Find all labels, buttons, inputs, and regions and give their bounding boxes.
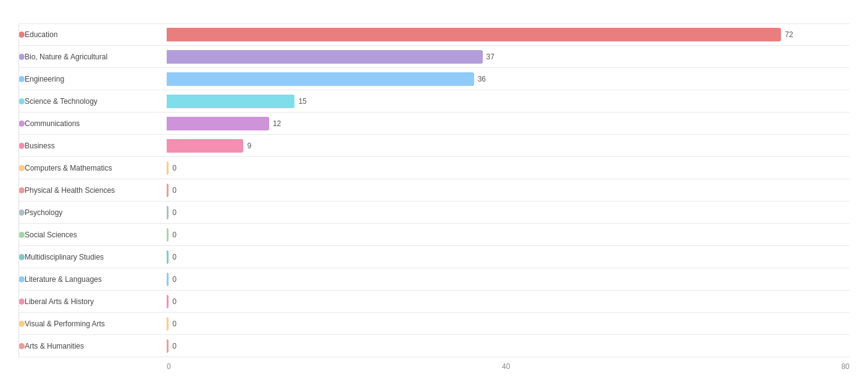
chart-rows-wrapper: Education72Bio, Nature & Agricultural37E…	[19, 23, 849, 357]
bar-value-label: 0	[172, 253, 177, 261]
bar-label: Social Sciences	[25, 231, 77, 239]
bar-label: Computers & Mathematics	[25, 164, 112, 172]
bar-row: Visual & Performing Arts0	[19, 313, 849, 335]
bar-fill	[167, 161, 169, 175]
x-axis-labels: 04080	[167, 360, 849, 371]
bar-row: Education72	[19, 23, 849, 46]
bar-row: Social Sciences0	[19, 224, 849, 246]
bar-dot	[19, 143, 25, 149]
label-area: Engineering	[19, 68, 167, 90]
label-area: Arts & Humanities	[19, 335, 167, 357]
bar-value-label: 72	[785, 30, 793, 39]
x-axis-tick: 80	[841, 362, 849, 371]
bar-dot	[19, 54, 25, 60]
bar-label: Visual & Performing Arts	[25, 320, 105, 328]
bar-row: Literature & Languages0	[19, 268, 849, 290]
bar-fill	[167, 95, 294, 108]
bar-dot	[19, 299, 25, 305]
bar-value-label: 15	[298, 97, 306, 106]
x-axis-area: 04080	[19, 360, 849, 371]
bar-row: Communications12	[19, 112, 849, 135]
label-area: Multidisciplinary Studies	[19, 246, 167, 268]
bar-row: Bio, Nature & Agricultural37	[19, 46, 849, 68]
bar-label: Science & Technology	[25, 97, 98, 106]
bar-fill	[167, 184, 169, 197]
bar-dot	[19, 321, 25, 327]
bar-area: 15	[167, 90, 849, 112]
bar-fill	[167, 72, 474, 86]
bar-row: Liberal Arts & History0	[19, 290, 849, 313]
bar-fill	[167, 317, 169, 331]
bar-fill	[167, 250, 169, 264]
bar-label: Liberal Arts & History	[25, 297, 94, 306]
x-axis-tick: 0	[167, 362, 171, 371]
bar-value-label: 12	[273, 119, 281, 128]
bar-area: 0	[167, 313, 849, 334]
bar-value-label: 37	[486, 53, 495, 61]
bar-dot	[19, 121, 25, 127]
bar-dot	[19, 98, 25, 104]
label-area: Education	[19, 24, 167, 45]
bar-value-label: 0	[172, 186, 177, 195]
bar-dot	[19, 276, 25, 282]
bar-fill	[167, 28, 781, 41]
bar-label: Psychology	[25, 208, 62, 217]
bar-label: Education	[25, 30, 57, 39]
bar-dot	[19, 254, 25, 260]
bar-row: Physical & Health Sciences0	[19, 179, 849, 201]
bar-label: Physical & Health Sciences	[25, 186, 115, 195]
label-area: Psychology	[19, 201, 167, 223]
label-area: Physical & Health Sciences	[19, 179, 167, 201]
bar-label: Communications	[25, 119, 80, 128]
bar-label: Engineering	[25, 75, 64, 83]
label-area: Social Sciences	[19, 224, 167, 245]
bar-label: Business	[25, 142, 55, 150]
bar-dot	[19, 187, 25, 193]
bar-area: 0	[167, 335, 849, 357]
bar-value-label: 0	[172, 320, 177, 328]
bar-area: 0	[167, 224, 849, 245]
bar-label: Arts & Humanities	[25, 342, 84, 350]
bar-row: Science & Technology15	[19, 90, 849, 112]
bar-value-label: 0	[172, 208, 177, 217]
bar-row: Engineering36	[19, 68, 849, 90]
bar-row: Arts & Humanities0	[19, 335, 849, 357]
label-area: Bio, Nature & Agricultural	[19, 46, 167, 67]
bar-label: Literature & Languages	[25, 275, 102, 284]
bar-area: 0	[167, 157, 849, 179]
chart-container: Education72Bio, Nature & Agricultural37E…	[19, 12, 849, 371]
label-area: Literature & Languages	[19, 268, 167, 290]
bar-area: 0	[167, 179, 849, 201]
bar-area: 9	[167, 135, 849, 156]
bar-label: Multidisciplinary Studies	[25, 253, 104, 261]
bar-dot	[19, 32, 25, 38]
bar-fill	[167, 139, 243, 153]
bar-value-label: 0	[172, 342, 177, 350]
bar-value-label: 0	[172, 164, 177, 172]
bar-value-label: 0	[172, 297, 177, 306]
label-area: Science & Technology	[19, 90, 167, 112]
bar-area: 36	[167, 68, 849, 90]
bar-value-label: 36	[478, 75, 486, 83]
bar-area: 72	[167, 24, 849, 45]
bar-dot	[19, 343, 25, 349]
bar-fill	[167, 206, 169, 219]
bar-row: Psychology0	[19, 201, 849, 224]
label-area: Visual & Performing Arts	[19, 313, 167, 334]
bar-fill	[167, 295, 169, 308]
label-area: Liberal Arts & History	[19, 290, 167, 312]
bar-value-label: 0	[172, 275, 177, 284]
bar-area: 0	[167, 290, 849, 312]
bar-area: 0	[167, 268, 849, 290]
bar-dot	[19, 210, 25, 216]
bar-area: 12	[167, 112, 849, 134]
label-area: Business	[19, 135, 167, 156]
bar-fill	[167, 273, 169, 286]
bar-row: Business9	[19, 135, 849, 157]
label-area: Computers & Mathematics	[19, 157, 167, 179]
bar-value-label: 0	[172, 231, 177, 239]
bar-fill	[167, 339, 169, 353]
bar-dot	[19, 165, 25, 171]
bar-value-label: 9	[247, 142, 251, 150]
bar-fill	[167, 50, 483, 64]
